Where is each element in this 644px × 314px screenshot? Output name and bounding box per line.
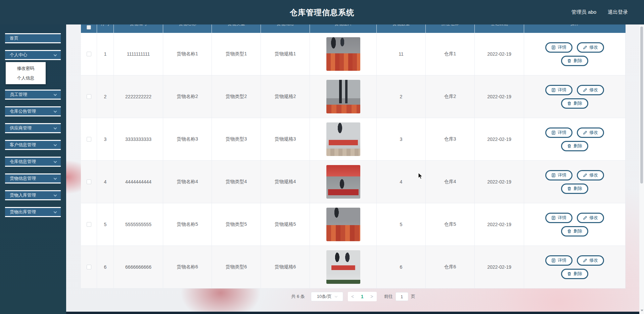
trash-icon — [567, 144, 571, 148]
date-cell: 2022-02-19 — [475, 118, 524, 160]
chevron-down-icon — [54, 160, 57, 163]
next-page-button[interactable]: > — [370, 294, 373, 299]
sidebar-item-goods-inbound-management[interactable]: 货物入库管理 — [5, 190, 61, 200]
actions-cell: 详情 修改 删除 — [524, 246, 626, 288]
header-cell: 货物名称 — [163, 24, 212, 33]
edit-button[interactable]: 修改 — [577, 127, 604, 138]
goods-spec-cell: 货物规格6 — [261, 246, 310, 288]
detail-button[interactable]: 详情 — [545, 127, 572, 138]
header-label: 货物数量 — [393, 24, 410, 26]
actions-cell: 详情 修改 删除 — [524, 33, 626, 75]
goods-photo-cell — [310, 118, 377, 160]
sidebar-item-goods-outbound-management[interactable]: 货物出库管理 — [5, 207, 61, 217]
detail-button[interactable]: 详情 — [545, 213, 572, 223]
row-checkbox[interactable] — [87, 222, 91, 227]
actions-cell: 详情 修改 删除 — [524, 161, 626, 203]
chevron-down-icon — [335, 295, 337, 297]
edit-button[interactable]: 修改 — [577, 42, 604, 53]
top-navbar: 仓库管理信息系统 管理员 abo 退出登录 — [0, 0, 644, 24]
row-checkbox[interactable] — [87, 137, 91, 142]
table-header-row: 序号货物编号货物名称货物类型货物规格货物图片货物数量所在仓库登记日期操作 — [81, 24, 626, 33]
goto-page-input[interactable] — [396, 292, 408, 301]
row-checkbox[interactable] — [87, 179, 91, 184]
header-cell: 登记日期 — [475, 24, 524, 33]
header-label: 序号 — [101, 24, 110, 26]
warehouse-cell: 仓库4 — [426, 161, 475, 203]
edit-button[interactable]: 修改 — [577, 170, 604, 180]
scrollbar-down-arrow-icon[interactable] — [641, 310, 643, 311]
sidebar-item-label: 货物信息管理 — [10, 175, 36, 181]
pencil-icon — [583, 130, 587, 135]
pagination-bar: 共 6 条 10条/页 < 1 > 前往 页 — [81, 292, 626, 302]
app-title: 仓库管理信息系统 — [290, 7, 354, 17]
chevron-down-icon — [54, 193, 57, 197]
table-row: 1 1111111111 货物名称1 货物类型1 货物规格1 11 仓库1 20… — [81, 33, 626, 75]
sidebar-item-warehouse-info-management[interactable]: 仓库信息管理 — [5, 157, 61, 167]
page-size-select[interactable]: 10条/页 — [311, 292, 343, 301]
goods-number-cell: 6666666666 — [114, 246, 163, 288]
goods-photo — [326, 208, 360, 241]
goto-label: 前往 — [384, 294, 393, 300]
pencil-icon — [583, 45, 587, 50]
goods-photo-cell — [310, 33, 377, 75]
delete-button[interactable]: 删除 — [561, 98, 588, 109]
detail-button[interactable]: 详情 — [545, 42, 572, 53]
goods-photo — [326, 80, 360, 113]
sidebar-item-supplier-management[interactable]: 供应商管理 — [5, 123, 61, 133]
row-checkbox[interactable] — [87, 94, 91, 99]
current-page-number[interactable]: 1 — [361, 294, 364, 299]
edit-button[interactable]: 修改 — [577, 213, 604, 223]
document-icon — [551, 258, 556, 263]
goods-spec-cell: 货物规格4 — [261, 161, 310, 203]
sidebar-item-label: 仓库信息管理 — [10, 159, 36, 165]
edit-button[interactable]: 修改 — [577, 255, 604, 266]
scrollbar-thumb[interactable] — [640, 27, 643, 184]
row-checkbox[interactable] — [87, 265, 91, 269]
trash-icon — [567, 229, 571, 233]
submenu-item[interactable]: 修改密码 — [6, 63, 46, 73]
delete-button[interactable]: 删除 — [561, 56, 588, 66]
delete-button[interactable]: 删除 — [561, 226, 588, 237]
submenu-item[interactable]: 个人信息 — [6, 73, 46, 83]
goto-page-group: 前往 页 — [384, 292, 415, 301]
prev-page-button[interactable]: < — [351, 294, 354, 299]
goods-name-cell: 货物名称2 — [163, 75, 212, 118]
goods-photo — [326, 37, 360, 71]
table-body: 1 1111111111 货物名称1 货物类型1 货物规格1 11 仓库1 20… — [81, 33, 626, 289]
chevron-down-icon — [54, 210, 57, 213]
header-label: 货物类型 — [228, 24, 245, 26]
row-checkbox[interactable] — [87, 52, 91, 56]
detail-button[interactable]: 详情 — [545, 170, 572, 180]
goods-name-cell: 货物名称3 — [163, 118, 212, 160]
trash-icon — [567, 272, 571, 276]
sidebar-item-customer-info-management[interactable]: 客户信息管理 — [5, 140, 61, 150]
document-icon — [551, 45, 556, 50]
delete-button[interactable]: 删除 — [561, 141, 588, 151]
trash-icon — [567, 187, 571, 191]
delete-button[interactable]: 删除 — [561, 184, 588, 194]
detail-button[interactable]: 详情 — [545, 255, 572, 266]
goods-photo-cell — [310, 161, 377, 203]
header-label: 操作 — [570, 24, 579, 26]
row-checkbox-cell — [81, 246, 97, 288]
sidebar-item-home[interactable]: 首页 — [5, 33, 61, 43]
pencil-icon — [583, 173, 587, 177]
vertical-scrollbar[interactable] — [639, 24, 644, 314]
sidebar-item-personal-center[interactable]: 个人中心 — [5, 50, 61, 60]
actions-cell: 详情 修改 删除 — [524, 203, 626, 246]
actions-cell: 详情 修改 删除 — [524, 118, 626, 160]
index-cell: 3 — [97, 118, 114, 160]
select-all-checkbox[interactable] — [87, 25, 91, 30]
sidebar-item-employee-management[interactable]: 员工管理 — [5, 90, 61, 100]
edit-button[interactable]: 修改 — [577, 85, 604, 95]
logout-link[interactable]: 退出登录 — [608, 9, 628, 15]
personal-center-submenu: 修改密码个人信息 — [6, 62, 46, 84]
detail-button[interactable]: 详情 — [545, 85, 572, 95]
header-label: 货物图片 — [334, 24, 352, 26]
sidebar-item-label: 货物入库管理 — [10, 192, 36, 198]
sidebar-item-label: 仓库公告管理 — [10, 108, 36, 114]
delete-button[interactable]: 删除 — [561, 269, 588, 279]
sidebar-item-goods-info-management[interactable]: 货物信息管理 — [5, 173, 61, 184]
row-checkbox-cell — [81, 75, 97, 118]
sidebar-item-warehouse-notice-management[interactable]: 仓库公告管理 — [5, 106, 61, 116]
